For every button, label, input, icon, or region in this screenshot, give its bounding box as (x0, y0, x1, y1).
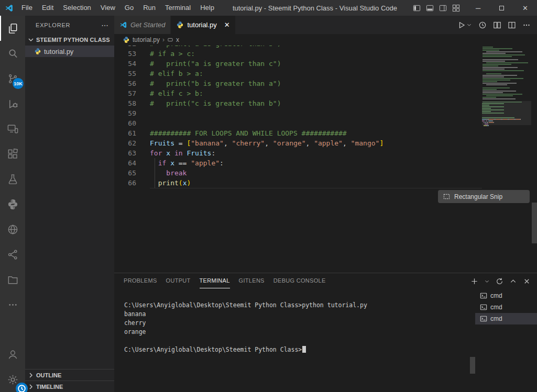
code-line-61[interactable]: ########## FOR LOOPS AND WHILE LOOPS ###… (150, 128, 383, 138)
menu-selection[interactable]: Selection (58, 0, 95, 16)
snip-region-icon (443, 193, 450, 200)
terminal-instance-label: cmd (490, 315, 502, 322)
code-line-57[interactable]: # elif c > b: (150, 88, 383, 98)
run-dropdown-icon[interactable] (466, 22, 472, 28)
breadcrumb: tutorial.py › x (114, 34, 537, 46)
open-changes-icon[interactable] (493, 21, 501, 29)
line-number: 63 (114, 148, 136, 158)
tab-close-icon[interactable]: ✕ (224, 21, 230, 28)
restart-terminal-icon[interactable] (496, 277, 503, 285)
menu-run[interactable]: Run (138, 0, 160, 16)
panel-tab-terminal[interactable]: TERMINAL (200, 274, 230, 288)
menu-file[interactable]: File (17, 0, 37, 16)
rectangular-snip-overlay: Rectangular Snip (438, 190, 530, 203)
code-line-62[interactable]: Fruits = ["banana", "cherry", "orange", … (150, 138, 383, 148)
code-line-60[interactable] (150, 118, 383, 128)
code-line-59[interactable] (150, 108, 383, 118)
editor-scrollbar[interactable] (532, 46, 537, 273)
code-line-56[interactable]: # print("b is greater than a") (150, 79, 383, 88)
new-terminal-icon[interactable] (470, 277, 478, 285)
explorer-more-actions[interactable]: ⋯ (101, 21, 109, 29)
breadcrumb-item-symbol[interactable]: x (176, 36, 179, 43)
panel-tabs: PROBLEMSOUTPUTTERMINALGITLENSDEBUG CONSO… (124, 274, 335, 288)
title-bar: FileEditSelectionViewGoRunTerminalHelp t… (0, 0, 537, 16)
code-editor[interactable]: 525354555657585960616263646566 # print("… (114, 46, 537, 273)
menu-bar: FileEditSelectionViewGoRunTerminalHelp (17, 0, 219, 16)
code-line-66[interactable]: print(x) (150, 178, 383, 188)
code-line-64[interactable]: if x == "apple": (150, 158, 383, 168)
toggle-secondary-sidebar-icon[interactable] (439, 4, 447, 12)
activity-source-control[interactable]: 10K (0, 66, 25, 91)
activity-bar: 10K (0, 16, 25, 392)
line-number: 66 (114, 178, 136, 188)
panel-tab-output[interactable]: OUTPUT (166, 274, 191, 288)
line-number: 60 (114, 118, 136, 128)
run-python-file-button[interactable] (457, 21, 466, 29)
sidebar-explorer: EXPLORER ⋯ STEEMIT PYTHON CLASS tutorial… (25, 16, 114, 392)
menu-terminal[interactable]: Terminal (160, 0, 195, 16)
menu-view[interactable]: View (96, 0, 120, 16)
section-outline[interactable]: OUTLINE (25, 369, 114, 380)
close-button[interactable]: ✕ (513, 0, 537, 16)
activity-search[interactable] (0, 41, 25, 66)
split-editor-icon[interactable] (508, 21, 516, 29)
code-line-54[interactable]: # print("a is greater than c") (150, 59, 383, 69)
menu-go[interactable]: Go (120, 0, 138, 16)
terminal-instance-cmd[interactable]: cmd (475, 290, 537, 301)
activity-more-views[interactable] (0, 292, 25, 317)
account-icon (7, 349, 19, 361)
scrollbar-thumb[interactable] (532, 203, 537, 243)
toggle-primary-sidebar-icon[interactable] (413, 4, 421, 12)
activity-explorer[interactable] (0, 16, 25, 41)
folder-steemit-python-class[interactable]: STEEMIT PYTHON CLASS (25, 34, 114, 46)
code-line-58[interactable]: # print("c is greater than b") (150, 98, 383, 108)
terminal-scrollbar-thumb[interactable] (470, 357, 475, 374)
maximize-button[interactable] (490, 0, 513, 16)
activity-account[interactable] (0, 342, 25, 367)
tab-get-started[interactable]: Get Started (114, 16, 171, 34)
history-icon[interactable] (478, 21, 487, 29)
activity-folder[interactable] (0, 267, 25, 292)
activity-globe[interactable] (0, 217, 25, 242)
more-icon (7, 299, 19, 311)
activity-testing[interactable] (0, 166, 25, 192)
activity-share[interactable] (0, 242, 25, 267)
terminal-instance-cmd[interactable]: cmd (475, 313, 537, 324)
panel-tab-debug-console[interactable]: DEBUG CONSOLE (273, 274, 326, 288)
activity-run-and-debug[interactable] (0, 91, 25, 116)
minimize-button[interactable]: ─ (466, 0, 490, 16)
breadcrumb-item-file[interactable]: tutorial.py (133, 36, 160, 43)
line-number: 58 (114, 98, 136, 108)
section-timeline[interactable]: TIMELINE (25, 380, 114, 392)
line-number: 53 (114, 49, 136, 59)
window-title: tutorial.py - Steemit Python Class - Vis… (219, 4, 411, 12)
terminal-scrollbar[interactable] (470, 289, 475, 392)
menu-help[interactable]: Help (195, 0, 219, 16)
maximize-panel-icon[interactable] (509, 277, 517, 285)
breadcrumb-separator: › (162, 36, 165, 43)
tab-tutorial-py[interactable]: tutorial.py ✕ (171, 16, 235, 34)
minimap-viewport[interactable] (482, 101, 531, 125)
activity-settings[interactable] (0, 367, 25, 392)
activity-extensions[interactable] (0, 141, 25, 166)
code-line-55[interactable]: # elif b > a: (150, 69, 383, 79)
customize-layout-icon[interactable] (452, 4, 460, 12)
code-line-53[interactable]: # if a > c: (150, 49, 383, 59)
code-line-65[interactable]: break (150, 168, 383, 178)
panel-tab-gitlens[interactable]: GITLENS (239, 274, 265, 288)
activity-python[interactable] (0, 192, 25, 217)
outline-label: OUTLINE (36, 372, 61, 378)
terminal-output[interactable]: C:\Users\Anyiglobal\Desktop\Steemit Pyth… (114, 289, 470, 392)
toggle-panel-icon[interactable] (426, 4, 434, 12)
terminal-dropdown-icon[interactable] (484, 278, 490, 284)
close-panel-icon[interactable] (523, 277, 531, 285)
settings-sync-badge (16, 383, 23, 389)
activity-remote-explorer[interactable] (0, 116, 25, 141)
menu-edit[interactable]: Edit (37, 0, 58, 16)
explorer-title: EXPLORER (36, 22, 70, 28)
panel-tab-problems[interactable]: PROBLEMS (124, 274, 157, 288)
terminal-instance-cmd[interactable]: cmd (475, 301, 537, 313)
file-tutorial-py[interactable]: tutorial.py (25, 46, 114, 57)
more-actions-icon[interactable] (522, 21, 531, 29)
code-line-63[interactable]: for x in Fruits: (150, 148, 383, 158)
